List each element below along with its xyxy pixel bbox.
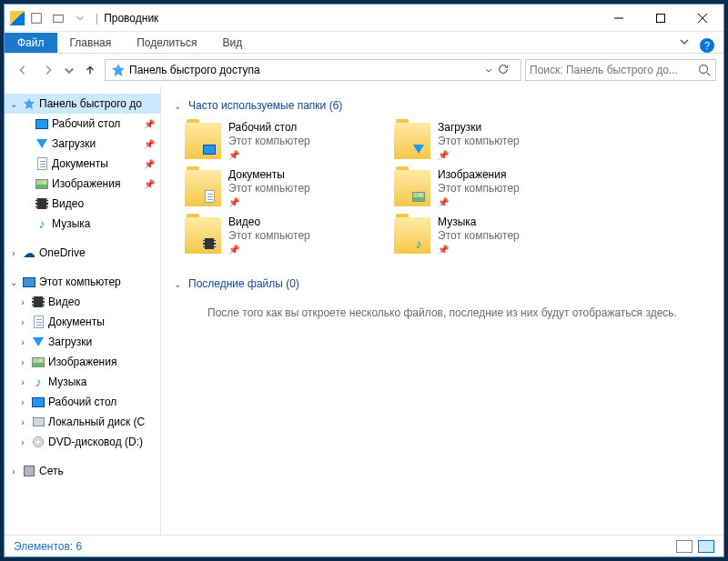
monitor-icon xyxy=(199,141,219,157)
sidebar-label: OneDrive xyxy=(39,246,86,259)
pin-icon: 📌 xyxy=(144,119,155,129)
folder-item[interactable]: Документы Этот компьютер 📌 xyxy=(185,166,394,214)
search-field[interactable]: Поиск: Панель быстрого до... xyxy=(525,59,716,81)
folder-name: Документы xyxy=(228,168,310,181)
group-frequent-folders[interactable]: ⌄ Часто используемые папки (6) xyxy=(174,99,711,112)
sidebar-label: Видео xyxy=(52,197,84,210)
sidebar-label: Музыка xyxy=(48,376,86,388)
chevron-right-icon[interactable]: › xyxy=(17,297,28,307)
chevron-down-icon[interactable]: ⌄ xyxy=(8,99,19,109)
sidebar-item[interactable]: Изображения 📌 xyxy=(5,174,160,194)
up-button[interactable] xyxy=(79,59,101,81)
folder-item[interactable]: Загрузки Этот компьютер 📌 xyxy=(394,119,603,166)
qat-newfolder-icon[interactable] xyxy=(48,8,68,28)
forward-button[interactable] xyxy=(37,59,59,81)
tab-share[interactable]: Поделиться xyxy=(124,33,209,53)
folder-item[interactable]: Рабочий стол Этот компьютер 📌 xyxy=(185,119,394,166)
sidebar-item[interactable]: Рабочий стол 📌 xyxy=(5,114,160,134)
sidebar-item[interactable]: › Локальный диск (C xyxy=(5,412,160,432)
sidebar-label: DVD-дисковод (D:) xyxy=(48,436,143,448)
back-button[interactable] xyxy=(12,59,34,81)
ribbon-expand-icon[interactable] xyxy=(672,33,696,53)
window-title: Проводник xyxy=(104,12,158,25)
maximize-button[interactable] xyxy=(640,5,682,32)
tab-home[interactable]: Главная xyxy=(57,33,125,53)
close-button[interactable] xyxy=(682,5,723,32)
chevron-right-icon[interactable]: › xyxy=(17,437,28,447)
sidebar-item[interactable]: Документы 📌 xyxy=(5,154,160,174)
group-title: Последние файлы (0) xyxy=(188,277,299,290)
sidebar-item[interactable]: Видео xyxy=(5,194,160,214)
vid-icon xyxy=(35,196,49,211)
tab-view[interactable]: Вид xyxy=(209,33,255,53)
sidebar-item-onedrive[interactable]: › ☁ OneDrive xyxy=(5,243,160,263)
tab-file[interactable]: Файл xyxy=(5,33,57,53)
chevron-right-icon[interactable]: › xyxy=(8,466,19,476)
chevron-down-icon[interactable]: ⌄ xyxy=(8,277,19,287)
qat-properties-icon[interactable] xyxy=(26,8,46,28)
address-field[interactable]: Панель быстрого доступа xyxy=(105,59,521,81)
status-bar: Элементов: 6 xyxy=(5,535,723,556)
pin-icon: 📌 xyxy=(438,245,520,255)
sidebar-item[interactable]: › Видео xyxy=(5,292,160,312)
status-text: Элементов: 6 xyxy=(14,540,82,553)
doc-icon xyxy=(31,315,46,329)
chevron-right-icon[interactable]: › xyxy=(17,397,28,407)
view-details-button[interactable] xyxy=(676,540,693,553)
sidebar-label: Изображения xyxy=(52,177,120,190)
chevron-right-icon[interactable]: › xyxy=(17,317,28,327)
chevron-right-icon[interactable]: › xyxy=(17,377,28,387)
folder-item[interactable]: Изображения Этот компьютер 📌 xyxy=(394,166,603,214)
sidebar-label: Панель быстрого до xyxy=(39,97,142,110)
address-dropdown-icon[interactable] xyxy=(480,65,497,75)
qat-dropdown-icon[interactable] xyxy=(70,8,90,28)
sidebar-item[interactable]: › DVD-дисковод (D:) xyxy=(5,432,160,452)
chevron-down-icon[interactable]: ⌄ xyxy=(174,101,188,111)
view-tiles-button[interactable] xyxy=(698,540,714,553)
folder-item[interactable]: ♪ Музыка Этот компьютер 📌 xyxy=(394,214,603,261)
pin-icon: 📌 xyxy=(144,139,155,149)
titlebar: | Проводник xyxy=(5,5,723,32)
doc-icon xyxy=(35,156,49,171)
pc-icon xyxy=(22,275,36,289)
music-icon: ♪ xyxy=(31,375,46,389)
sidebar-item-quickaccess[interactable]: ⌄ Панель быстрого до xyxy=(5,94,160,114)
folder-icon xyxy=(185,170,221,206)
down-icon xyxy=(31,335,46,349)
sidebar-item-network[interactable]: › Сеть xyxy=(5,461,160,481)
sidebar-item[interactable]: › Рабочий стол xyxy=(5,392,160,412)
navigation-pane: ⌄ Панель быстрого до Рабочий стол 📌 Загр… xyxy=(5,86,161,535)
folder-icon xyxy=(394,123,430,159)
chevron-down-icon[interactable]: ⌄ xyxy=(174,279,188,289)
sidebar-label: Этот компьютер xyxy=(39,275,121,288)
history-dropdown[interactable] xyxy=(63,59,76,81)
chevron-right-icon[interactable]: › xyxy=(17,417,28,427)
sidebar-item[interactable]: Загрузки 📌 xyxy=(5,134,160,154)
sidebar-item-thispc[interactable]: ⌄ Этот компьютер xyxy=(5,272,160,292)
chevron-right-icon[interactable]: › xyxy=(17,337,28,347)
svg-rect-1 xyxy=(54,15,64,22)
sidebar-label: Изображения xyxy=(48,356,116,368)
svg-rect-0 xyxy=(32,13,42,23)
svg-point-3 xyxy=(700,65,708,74)
sidebar-item[interactable]: › Документы xyxy=(5,312,160,332)
sidebar-label: Рабочий стол xyxy=(52,117,120,130)
pin-icon: 📌 xyxy=(228,150,310,160)
minimize-button[interactable] xyxy=(598,5,640,32)
chevron-right-icon[interactable]: › xyxy=(17,357,28,367)
group-title: Часто используемые папки (6) xyxy=(188,99,342,112)
folder-item[interactable]: Видео Этот компьютер 📌 xyxy=(185,214,394,261)
folder-subtitle: Этот компьютер xyxy=(228,229,310,242)
sidebar-label: Локальный диск (C xyxy=(48,416,145,428)
sidebar-label: Документы xyxy=(48,316,105,328)
help-icon[interactable]: ? xyxy=(700,38,714,53)
sidebar-item[interactable]: › Загрузки xyxy=(5,332,160,352)
sidebar-item[interactable]: › Изображения xyxy=(5,352,160,372)
sidebar-item[interactable]: › ♪ Музыка xyxy=(5,372,160,392)
group-recent-files[interactable]: ⌄ Последние файлы (0) xyxy=(174,277,711,290)
monitor-icon xyxy=(35,116,49,131)
refresh-button[interactable] xyxy=(497,63,519,78)
address-bar: Панель быстрого доступа Поиск: Панель бы… xyxy=(5,54,723,86)
sidebar-item[interactable]: ♪ Музыка xyxy=(5,214,160,234)
chevron-right-icon[interactable]: › xyxy=(8,248,19,258)
